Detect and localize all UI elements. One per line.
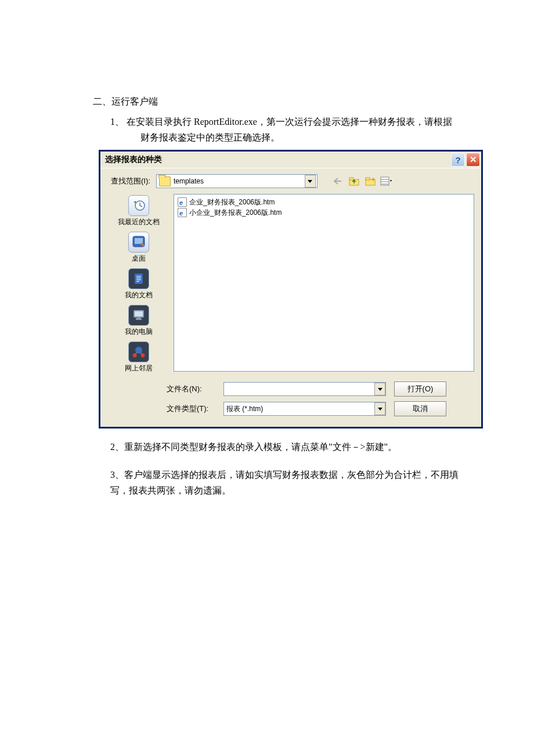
step-1-line1: 1、 在安装目录执行 ReportEditor.exe，第一次运行会提示选择一种…: [110, 117, 452, 127]
step-1-line2: 财务报表鉴定中的类型正确选择。: [140, 129, 473, 145]
step-3-line2: 写，报表共两张，请勿遗漏。: [110, 485, 231, 495]
svg-rect-16: [136, 279, 141, 280]
help-button[interactable]: ?: [451, 153, 465, 167]
svg-rect-1: [349, 178, 353, 180]
chevron-down-icon[interactable]: [374, 402, 385, 415]
cancel-button[interactable]: 取消: [394, 401, 446, 416]
svg-rect-13: [135, 273, 143, 284]
file-open-dialog: 选择报表的种类 ? ✕ 查找范围(I): templates: [99, 150, 483, 429]
htm-file-icon: [178, 197, 187, 207]
list-item[interactable]: 小企业_财务报表_2006版.htm: [178, 207, 470, 218]
filename: 小企业_财务报表_2006版.htm: [189, 207, 282, 218]
sidebar-item-label: 我最近的文档: [118, 217, 160, 227]
svg-point-23: [133, 354, 137, 358]
desktop-icon: [128, 232, 149, 253]
open-button[interactable]: 打开(O): [394, 381, 446, 397]
dialog-title: 选择报表的种类: [105, 154, 451, 165]
lookin-value: templates: [174, 177, 305, 185]
svg-rect-19: [135, 311, 143, 316]
svg-point-22: [135, 347, 142, 354]
computer-icon: [128, 305, 149, 326]
step-1: 1、 在安装目录执行 ReportEditor.exe，第一次运行会提示选择一种…: [110, 114, 473, 145]
places-sidebar: 我最近的文档 桌面 我的文档: [111, 194, 167, 373]
sidebar-item-label: 桌面: [132, 254, 146, 264]
filetype-combo[interactable]: 报表 (*.htm): [223, 402, 386, 416]
recent-docs-icon: [128, 195, 149, 216]
htm-file-icon: [178, 208, 187, 217]
svg-rect-15: [136, 278, 141, 279]
lookin-label: 查找范围(I):: [111, 176, 150, 186]
dialog-titlebar: 选择报表的种类 ? ✕: [100, 152, 481, 168]
filename: 企业_财务报表_2006版.htm: [189, 197, 275, 207]
sidebar-item-network[interactable]: 网上邻居: [125, 341, 153, 373]
up-one-level-icon[interactable]: [348, 175, 360, 188]
step-3: 3、客户端显示选择的报表后，请如实填写财务报表数据，灰色部分为合计栏，不用填 写…: [110, 467, 473, 498]
sidebar-item-label: 我的文档: [125, 290, 153, 300]
lookin-combo[interactable]: templates: [156, 174, 317, 188]
folder-icon: [159, 177, 171, 186]
step-3-line1: 3、客户端显示选择的报表后，请如实填写财务报表数据，灰色部分为合计栏，不用填: [110, 470, 459, 480]
svg-rect-3: [366, 178, 370, 180]
close-button[interactable]: ✕: [466, 153, 480, 167]
sidebar-item-mydocs[interactable]: 我的文档: [125, 268, 153, 300]
svg-rect-21: [137, 318, 140, 319]
sidebar-item-label: 网上邻居: [125, 363, 153, 373]
chevron-down-icon[interactable]: [374, 383, 385, 395]
svg-point-24: [141, 354, 145, 358]
svg-rect-17: [136, 281, 139, 282]
svg-line-26: [140, 352, 142, 354]
filename-combo[interactable]: [223, 382, 386, 396]
sidebar-item-mycomputer[interactable]: 我的电脑: [125, 305, 153, 337]
filetype-value: 报表 (*.htm): [224, 404, 265, 414]
documents-icon: [128, 268, 149, 289]
svg-line-25: [135, 352, 137, 354]
section-heading: 二、运行客户端: [93, 96, 473, 108]
list-item[interactable]: 企业_财务报表_2006版.htm: [178, 197, 470, 207]
back-icon[interactable]: [331, 175, 344, 188]
svg-rect-14: [136, 276, 141, 277]
new-folder-icon[interactable]: [364, 175, 377, 188]
sidebar-item-recent[interactable]: 我最近的文档: [118, 195, 160, 227]
network-icon: [128, 341, 149, 362]
filetype-label: 文件类型(T):: [167, 404, 215, 414]
view-menu-icon[interactable]: [380, 175, 393, 188]
file-list[interactable]: 企业_财务报表_2006版.htm 小企业_财务报表_2006版.htm: [174, 194, 474, 372]
filename-label: 文件名(N):: [167, 384, 215, 394]
step-2: 2、重新选择不同类型财务报表的录入模板，请点菜单"文件－>新建"。: [110, 439, 473, 455]
chevron-down-icon[interactable]: [305, 175, 316, 188]
sidebar-item-desktop[interactable]: 桌面: [128, 232, 149, 264]
sidebar-item-label: 我的电脑: [125, 327, 153, 337]
